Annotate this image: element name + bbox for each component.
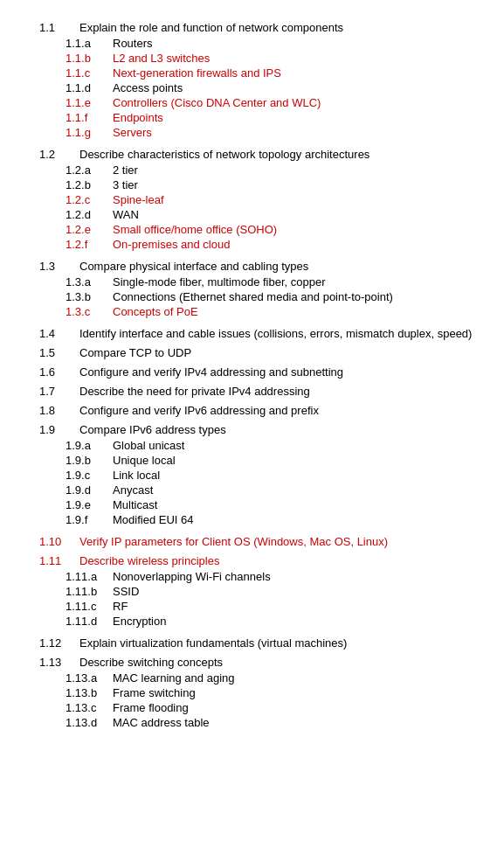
subitem-num-1-11-b: 1.11.b: [66, 585, 106, 598]
subitem-text-1-2-d: WAN: [113, 208, 139, 221]
subitem-text-1-3-c: Concepts of PoE: [113, 305, 198, 318]
item-1.8: 1.8Configure and verify IPv6 addressing …: [13, 404, 491, 417]
item-1.13: 1.13Describe switching concepts1.13.aMAC…: [13, 656, 491, 729]
item-text-1.11: Describe wireless principles: [79, 554, 219, 567]
subitem-text-1-9-f: Modified EUI 64: [113, 513, 194, 526]
item-num-1.12: 1.12: [39, 636, 72, 650]
item-text-1.4: Identify interface and cable issues (col…: [79, 327, 472, 340]
subitem-num-1-2-b: 1.2.b: [66, 178, 106, 191]
subitem-row-1-1-c: 1.1.cNext-generation firewalls and IPS: [13, 66, 491, 80]
subitem-num-1-1-g: 1.1.g: [66, 126, 106, 139]
item-text-1.7: Describe the need for private IPv4 addre…: [79, 385, 310, 398]
item-num-1.2: 1.2: [39, 148, 72, 161]
item-text-1.2: Describe characteristics of network topo…: [79, 148, 369, 161]
subitem-row-1-1-a: 1.1.aRouters: [13, 37, 491, 50]
subitem-text-1-9-b: Unique local: [113, 454, 176, 467]
subitem-text-1-2-f: On-premises and cloud: [113, 238, 230, 251]
subitem-num-1-9-d: 1.9.d: [66, 483, 106, 497]
item-num-1.9: 1.9: [39, 423, 72, 436]
item-row-1.5: 1.5Compare TCP to UDP: [13, 346, 491, 359]
subitem-row-1-2-e: 1.2.eSmall office/home office (SOHO): [13, 223, 491, 236]
item-1.6: 1.6Configure and verify IPv4 addressing …: [13, 365, 491, 379]
subitem-row-1-1-f: 1.1.fEndpoints: [13, 111, 491, 124]
subitem-row-1-3-b: 1.3.bConnections (Ethernet shared media …: [13, 290, 491, 303]
subitem-row-1-3-c: 1.3.cConcepts of PoE: [13, 305, 491, 318]
subitem-row-1-13-d: 1.13.dMAC address table: [13, 716, 491, 729]
item-text-1.13: Describe switching concepts: [79, 656, 223, 669]
subitem-row-1-2-c: 1.2.cSpine-leaf: [13, 193, 491, 206]
subitem-num-1-1-f: 1.1.f: [66, 111, 106, 124]
item-num-1.3: 1.3: [39, 260, 72, 273]
subitem-num-1-3-c: 1.3.c: [66, 305, 106, 318]
subitem-text-1-11-b: SSID: [113, 585, 139, 598]
item-row-1.8: 1.8Configure and verify IPv6 addressing …: [13, 404, 491, 417]
subitem-text-1-2-a: 2 tier: [113, 163, 138, 177]
item-1.2: 1.2Describe characteristics of network t…: [13, 148, 491, 251]
item-1.4: 1.4Identify interface and cable issues (…: [13, 327, 491, 340]
subitem-text-1-1-c: Next-generation firewalls and IPS: [113, 66, 281, 80]
item-text-1.1: Explain the role and function of network…: [79, 21, 343, 34]
subitem-text-1-13-b: Frame switching: [113, 686, 196, 699]
subitem-text-1-1-e: Controllers (Cisco DNA Center and WLC): [113, 96, 321, 109]
item-row-1.11: 1.11Describe wireless principles: [13, 554, 491, 567]
subitem-num-1-13-b: 1.13.b: [66, 686, 106, 699]
subitem-text-1-1-g: Servers: [113, 126, 152, 139]
subitem-text-1-1-f: Endpoints: [113, 111, 163, 124]
subitem-text-1-1-b: L2 and L3 switches: [113, 52, 210, 65]
subitem-num-1-9-a: 1.9.a: [66, 439, 106, 452]
subitem-num-1-2-f: 1.2.f: [66, 238, 106, 251]
subitem-num-1-1-d: 1.1.d: [66, 81, 106, 94]
subitem-num-1-13-d: 1.13.d: [66, 716, 106, 729]
item-num-1.8: 1.8: [39, 404, 72, 417]
subitem-row-1-9-e: 1.9.eMulticast: [13, 498, 491, 511]
subitem-row-1-9-b: 1.9.bUnique local: [13, 454, 491, 467]
subitem-num-1-9-b: 1.9.b: [66, 454, 106, 467]
subitem-num-1-1-c: 1.1.c: [66, 66, 106, 80]
subitem-text-1-11-c: RF: [113, 600, 128, 613]
subitem-num-1-2-d: 1.2.d: [66, 208, 106, 221]
item-num-1.11: 1.11: [39, 554, 72, 567]
subitem-row-1-3-a: 1.3.aSingle-mode fiber, multimode fiber,…: [13, 275, 491, 288]
subitem-row-1-2-b: 1.2.b3 tier: [13, 178, 491, 191]
item-num-1.5: 1.5: [39, 346, 72, 359]
subitem-row-1-1-d: 1.1.dAccess points: [13, 81, 491, 94]
subitem-num-1-2-e: 1.2.e: [66, 223, 106, 236]
subitem-num-1-2-c: 1.2.c: [66, 193, 106, 206]
subitem-text-1-2-e: Small office/home office (SOHO): [113, 223, 277, 236]
subitem-num-1-1-e: 1.1.e: [66, 96, 106, 109]
item-1.9: 1.9Compare IPv6 address types1.9.aGlobal…: [13, 423, 491, 526]
subitem-num-1-13-c: 1.13.c: [66, 701, 106, 714]
subitem-num-1-9-e: 1.9.e: [66, 498, 106, 511]
item-row-1.13: 1.13Describe switching concepts: [13, 656, 491, 669]
subitem-row-1-1-b: 1.1.bL2 and L3 switches: [13, 52, 491, 65]
subitem-text-1-9-e: Multicast: [113, 498, 157, 511]
subitem-text-1-13-d: MAC address table: [113, 716, 210, 729]
item-text-1.5: Compare TCP to UDP: [79, 346, 191, 359]
subitem-text-1-1-a: Routers: [113, 37, 153, 50]
item-row-1.10: 1.10Verify IP parameters for Client OS (…: [13, 535, 491, 548]
item-row-1.4: 1.4Identify interface and cable issues (…: [13, 327, 491, 340]
subitem-num-1-1-a: 1.1.a: [66, 37, 106, 50]
item-num-1.7: 1.7: [39, 385, 72, 398]
subitem-text-1-3-a: Single-mode fiber, multimode fiber, copp…: [113, 275, 326, 288]
item-1.1: 1.1Explain the role and function of netw…: [13, 21, 491, 139]
subitem-text-1-13-c: Frame flooding: [113, 701, 189, 714]
item-num-1.6: 1.6: [39, 365, 72, 379]
item-1.3: 1.3Compare physical interface and cablin…: [13, 260, 491, 318]
item-text-1.12: Explain virtualization fundamentals (vir…: [79, 636, 347, 650]
subitem-num-1-9-f: 1.9.f: [66, 513, 106, 526]
item-1.11: 1.11Describe wireless principles1.11.aNo…: [13, 554, 491, 628]
item-text-1.9: Compare IPv6 address types: [79, 423, 226, 436]
subitem-text-1-9-c: Link local: [113, 469, 160, 482]
subitem-row-1-9-a: 1.9.aGlobal unicast: [13, 439, 491, 452]
items-container: 1.1Explain the role and function of netw…: [13, 21, 491, 738]
subitem-row-1-2-d: 1.2.dWAN: [13, 208, 491, 221]
item-text-1.3: Compare physical interface and cabling t…: [79, 260, 308, 273]
subitem-row-1-13-b: 1.13.bFrame switching: [13, 686, 491, 699]
item-num-1.4: 1.4: [39, 327, 72, 340]
subitem-row-1-1-g: 1.1.gServers: [13, 126, 491, 139]
subitem-row-1-11-d: 1.11.dEncryption: [13, 615, 491, 628]
subitem-num-1-3-a: 1.3.a: [66, 275, 106, 288]
subitem-num-1-3-b: 1.3.b: [66, 290, 106, 303]
item-1.10: 1.10Verify IP parameters for Client OS (…: [13, 535, 491, 548]
